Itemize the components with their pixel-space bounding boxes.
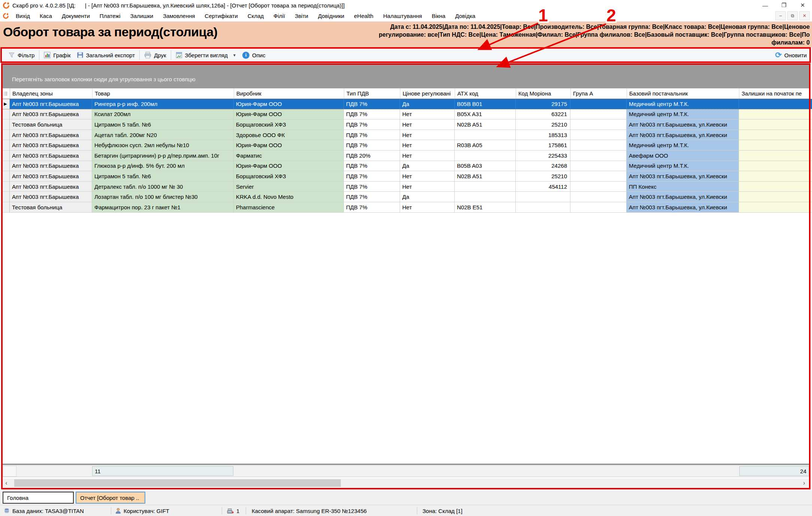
menu-item[interactable]: Каса [35, 13, 57, 19]
status-separator [222, 507, 222, 515]
row-indicator-cell [1, 130, 10, 140]
mdi-minimize-button[interactable]: – [775, 11, 786, 20]
info-icon: i [242, 52, 249, 59]
column-header[interactable]: Код Моріона [516, 88, 571, 98]
table-cell: Апт №003 пгт.Барышевка, ул.Киевски [627, 202, 739, 213]
table-cell: N02B E51 [455, 202, 516, 213]
tab-report[interactable]: Отчет [Оборот товар .. [76, 492, 145, 504]
status-zone: Зона: Склад [1] [422, 505, 463, 516]
column-header[interactable]: АТХ код [455, 88, 516, 98]
table-cell [570, 140, 627, 151]
column-header[interactable]: Владелец зоны [10, 88, 93, 98]
column-header[interactable]: Базовий постачальник [627, 88, 739, 98]
column-header[interactable]: Група А [571, 88, 627, 98]
column-header[interactable]: Тип ПДВ [344, 88, 400, 98]
menu-bar: ВихідКасаДокументиПлатежіЗалишкиЗамовлен… [0, 10, 812, 22]
menu-item[interactable]: Вихід [11, 13, 35, 19]
menu-item[interactable]: Залишки [125, 13, 158, 19]
row-indicator-cell [1, 151, 10, 161]
table-cell: Нет [400, 140, 455, 151]
menu-item[interactable]: Налаштування [378, 13, 427, 19]
menu-item[interactable]: Платежі [95, 13, 125, 19]
menu-item[interactable]: Сертифікати [200, 13, 243, 19]
status-user: Користувач: GIFT [115, 505, 169, 516]
scroll-right-icon[interactable]: › [799, 479, 809, 488]
export-button[interactable]: Загальний експорт [74, 50, 138, 60]
table-cell: Здоровье ООО ФК [234, 130, 344, 140]
tab-main[interactable]: Головна [3, 492, 74, 504]
table-cell: Рингера р-р инф. 200мл [92, 99, 234, 109]
menu-item[interactable]: Звіти [290, 13, 313, 19]
scroll-left-icon[interactable]: ‹ [1, 479, 11, 488]
column-header[interactable]: Виробник [234, 88, 344, 98]
status-bar: База даних: TASA3@TITAN Користувач: GIFT… [0, 505, 812, 516]
table-row[interactable]: Апт №003 пгт.БарышевкаГлюкоза р-р д/инф.… [1, 161, 810, 172]
menu-item[interactable]: Довідники [313, 13, 349, 19]
table-row[interactable]: Апт №003 пгт.БарышевкаЦитрамон 5 табл. №… [1, 171, 810, 182]
table-cell: Нет [400, 182, 455, 192]
table-cell [739, 99, 812, 109]
row-indicator-cell [1, 109, 10, 120]
menu-item[interactable]: Склад [243, 13, 269, 19]
close-button[interactable]: ✕ [793, 0, 812, 10]
table-row[interactable]: Тестовая больницаФармацитрон пор. 23 г п… [1, 202, 810, 213]
table-cell [739, 130, 812, 140]
table-cell: 24268 [516, 161, 570, 172]
table-row[interactable]: Апт №003 пгт.БарышевкаНебуфлюзон сусп. 2… [1, 140, 810, 151]
column-header[interactable]: Товар [93, 88, 234, 98]
table-row[interactable]: Апт №003 пгт.БарышевкаАцетал табл. 200мг… [1, 130, 810, 140]
menu-item[interactable]: eHealth [349, 13, 378, 19]
table-cell: 29175 [516, 99, 570, 109]
toolbar-separator [39, 50, 39, 60]
table-cell [739, 202, 812, 213]
table-row[interactable]: Апт №003 пгт.БарышевкаКсилат 200млЮрия-Ф… [1, 109, 810, 120]
table-cell: Апт №003 пгт.Барышевка [10, 130, 92, 140]
table-row[interactable]: Апт №003 пгт.БарышевкаБетаргин (цитрарги… [1, 151, 810, 161]
refresh-button[interactable]: ⟳ Оновити [775, 47, 807, 63]
restore-button[interactable]: ❐ [775, 0, 793, 10]
table-cell: Нет [400, 119, 455, 130]
column-header[interactable]: Цінове регулювані [400, 88, 455, 98]
menu-item[interactable]: Довідка [450, 13, 480, 19]
table-cell: B05B B01 [455, 99, 516, 109]
table-cell: Детралекс табл. п/о 1000 мг № 30 [92, 182, 234, 192]
table-cell: Борщаговский ХФЗ [234, 171, 344, 182]
table-row[interactable]: ▶Апт №003 пгт.БарышевкаРингера р-р инф. … [1, 99, 810, 109]
menu-item[interactable]: Філії [269, 13, 290, 19]
table-row[interactable]: Тестовая больницаЦитрамон 5 табл. №6Борщ… [1, 119, 810, 130]
table-cell: ПДВ 7% [344, 171, 400, 182]
print-button[interactable]: Друк [141, 50, 169, 60]
chart-button[interactable]: Графік [41, 50, 73, 60]
table-cell: 185313 [516, 130, 570, 140]
mdi-restore-button[interactable]: ⧉ [787, 11, 798, 20]
mdi-close-button[interactable]: ✕ [799, 11, 810, 20]
menu-item[interactable]: Вікна [427, 13, 451, 19]
column-header[interactable]: Залишки на початок пе [739, 88, 812, 98]
grid-header-row: Владелец зоныТоварВиробникТип ПДВЦінове … [1, 88, 810, 99]
table-cell: Апт №003 пгт.Барышевка [10, 161, 92, 172]
horizontal-scrollbar[interactable]: ‹ › [1, 479, 810, 488]
table-cell: Лозартан табл. п/о 100 мг блистер №30 [92, 192, 234, 202]
description-button[interactable]: i Опис [239, 50, 269, 60]
tab-bar: Головна Отчет [Оборот товар .. [0, 491, 812, 505]
save-view-button[interactable]: Зберегти вигляд ▼ [173, 50, 239, 60]
database-icon [4, 508, 10, 514]
table-cell: Юрия-Фарм ООО [234, 109, 344, 120]
group-by-panel[interactable]: Перетягніть заголовок колонки сюди для у… [1, 64, 810, 88]
menu-item[interactable]: Замовлення [158, 13, 200, 19]
menu-item[interactable]: Документи [57, 13, 95, 19]
table-cell: Апт №003 пгт.Барышевка, ул.Киевски [627, 119, 739, 130]
minimize-button[interactable]: — [756, 0, 775, 10]
row-indicator-cell [1, 161, 10, 172]
toolbar: Фільтр Графік Загальний експорт Друк [0, 47, 812, 63]
table-row[interactable]: Апт №003 пгт.БарышевкаДетралекс табл. п/… [1, 182, 810, 192]
scrollbar-thumb[interactable] [14, 479, 341, 487]
table-cell: Фарматис [234, 151, 344, 161]
filter-button[interactable]: Фільтр [5, 50, 37, 60]
save-view-icon [176, 52, 182, 58]
row-indicator-cell [1, 119, 10, 130]
table-cell: Небуфлюзон сусп. 2мл небулы №10 [92, 140, 234, 151]
report-header: Оборот товара за период(столица) Дата с:… [0, 22, 812, 47]
table-row[interactable]: Апт №003 пгт.БарышевкаЛозартан табл. п/о… [1, 192, 810, 202]
chevron-down-icon[interactable]: ▼ [233, 53, 236, 57]
